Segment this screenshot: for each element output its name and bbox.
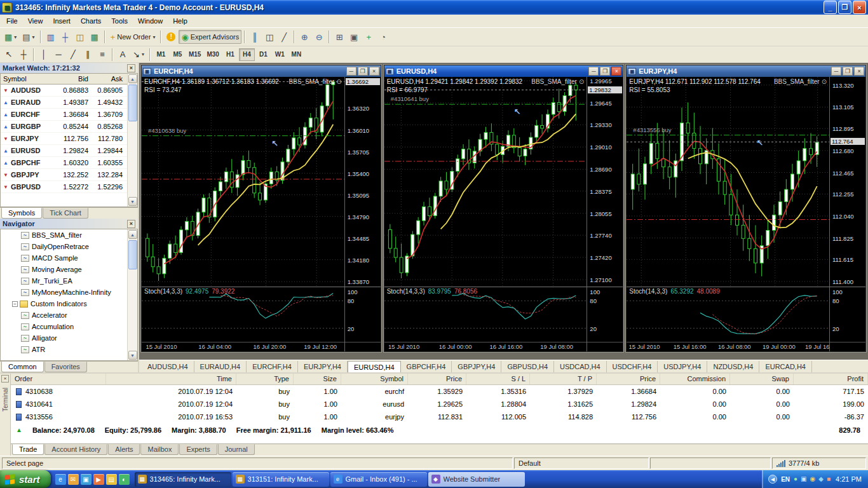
chart-titlebar[interactable]: ▦ EURJPY,H4 ─ ❐ × <box>627 65 865 77</box>
indicator-toggle-icon[interactable]: ⊙ <box>822 78 827 85</box>
column-bid[interactable]: Bid <box>54 74 91 84</box>
menu-item-charts[interactable]: Charts <box>76 15 106 27</box>
channel-button[interactable]: ∥ <box>81 48 95 62</box>
tab-common[interactable]: Common <box>1 362 44 372</box>
market-watch-button[interactable]: ▥ <box>44 30 58 44</box>
market-watch-row-gbpchf[interactable]: ▲GBPCHF1.603201.60355 <box>1 157 127 169</box>
chart-plot-area[interactable]: EURUSD,H4 1.29421 1.29842 1.29392 1.2983… <box>384 77 587 287</box>
navigator-item-atr[interactable]: ~ATR <box>1 344 127 355</box>
navigator-item-accumulation[interactable]: ~Accumulation <box>1 321 127 332</box>
task-button-313151-infinity-mark[interactable]: ▦313151: Infinity Mark... <box>233 472 329 487</box>
bar-chart-button[interactable]: ║ <box>248 30 262 44</box>
task-button-313465-infinity-mark[interactable]: ▦313465: Infinity Mark... <box>135 472 231 487</box>
cascade-windows-button[interactable]: ▣ <box>347 30 361 44</box>
chart-tab-eurchf-h4[interactable]: EURCHF,H4 <box>247 361 298 372</box>
indicator-toggle-icon[interactable]: ⊙ <box>336 78 341 85</box>
terminal-column-price-8[interactable]: Price <box>597 374 660 384</box>
timeframe-m5-button[interactable]: M5 <box>170 48 186 61</box>
text-label-button[interactable]: A <box>116 48 130 62</box>
arrows-button[interactable]: ↘▾ <box>130 48 147 62</box>
crosshair-button[interactable]: ┼ <box>17 48 31 62</box>
menu-item-view[interactable]: View <box>23 15 48 27</box>
market-watch-row-eurgbp[interactable]: ▲EURGBP0.852440.85268 <box>1 121 127 133</box>
candlestick-chart-button[interactable]: ◫ <box>262 30 276 44</box>
menu-item-help[interactable]: Help <box>168 15 193 27</box>
navigator-scrollbar[interactable]: ▲ ▼ <box>127 229 137 360</box>
language-indicator[interactable]: EN <box>781 476 790 483</box>
new-chart-button[interactable]: ▦▾ <box>2 30 19 44</box>
timeframe-m1-button[interactable]: M1 <box>153 48 169 61</box>
horizontal-line-button[interactable]: ─ <box>51 48 65 62</box>
terminal-column-symbol-4[interactable]: Symbol <box>341 374 408 384</box>
tab-favorites[interactable]: Favorites <box>44 362 87 372</box>
chart-tab-gbpjpy-h4[interactable]: GBPJPY,H4 <box>452 361 501 372</box>
navigator-close-icon[interactable]: × <box>127 220 135 228</box>
chart-tab-usdjpy-h4[interactable]: USDJPY,H4 <box>658 361 707 372</box>
terminal-column-profit-11[interactable]: Profit <box>794 374 868 384</box>
terminal-tab-alerts[interactable]: Alerts <box>108 444 140 455</box>
terminal-column-t-p-7[interactable]: T / P <box>530 374 597 384</box>
new-order-button[interactable]: +New Order▾ <box>108 30 158 44</box>
navigator-item-alligator[interactable]: ~Alligator <box>1 332 127 344</box>
terminal-tab-experts[interactable]: Experts <box>179 444 217 455</box>
period-properties-button[interactable]: ◔ <box>376 30 390 44</box>
column-ask[interactable]: Ask <box>91 74 125 84</box>
market-watch-row-eurusd[interactable]: ▲EURUSD1.298241.29844 <box>1 145 127 157</box>
market-watch-row-audusd[interactable]: ▼AUDUSD0.868830.86905 <box>1 85 127 97</box>
antivirus-tray-icon[interactable]: ● <box>794 476 797 482</box>
scroll-down-icon[interactable]: ▼ <box>128 197 137 206</box>
menu-item-insert[interactable]: Insert <box>48 15 76 27</box>
market-watch-scrollbar[interactable]: ▲ ▼ <box>127 74 137 207</box>
chart-tab-gbpusd-h4[interactable]: GBPUSD,H4 <box>501 361 554 372</box>
scroll-down-icon[interactable]: ▼ <box>128 351 137 360</box>
terminal-column-price-5[interactable]: Price <box>408 374 466 384</box>
stochastic-pane[interactable]: Stoch(14,3,3)83.979576.8056 <box>384 287 587 342</box>
volume-tray-icon[interactable]: ◉ <box>810 476 816 482</box>
network-tray-icon[interactable]: ▣ <box>801 476 806 482</box>
timeframe-h4-button[interactable]: H4 <box>239 48 255 61</box>
chart-tab-gbpchf-h4[interactable]: GBPCHF,H4 <box>401 361 452 372</box>
terminal-column-swap-10[interactable]: Swap <box>730 374 794 384</box>
start-button[interactable]: start <box>0 470 51 488</box>
connection-status[interactable]: 3777/4 kb <box>772 458 866 469</box>
task-button-website-submitter[interactable]: ◆Website Submitter <box>428 472 525 487</box>
terminal-column-time-1[interactable]: Time <box>106 374 236 384</box>
zoom-in-button[interactable]: ⊕ <box>297 30 311 44</box>
update-tray-icon[interactable]: ■ <box>827 476 831 482</box>
chart-minimize-button[interactable]: ─ <box>346 67 356 76</box>
tab-symbols[interactable]: Symbols <box>1 208 42 219</box>
folder-quicklaunch-icon[interactable]: ▤ <box>106 474 117 485</box>
chart-minimize-button[interactable]: ─ <box>831 67 841 76</box>
minimize-button[interactable]: _ <box>824 1 837 14</box>
terminal-tab-mailbox[interactable]: Mailbox <box>140 444 179 455</box>
chart-tab-eurjpy-h4[interactable]: EURJPY,H4 <box>298 361 348 372</box>
tray-chevron-icon[interactable]: ◀ <box>768 475 777 484</box>
scroll-up-icon[interactable]: ▲ <box>128 230 137 239</box>
chart-close-button[interactable]: × <box>369 67 379 76</box>
tab-tick-chart[interactable]: Tick Chart <box>43 208 88 219</box>
line-chart-button[interactable]: ╱ <box>277 30 291 44</box>
messenger-tray-icon[interactable]: ◆ <box>818 476 824 482</box>
chart-restore-button[interactable]: ❐ <box>843 67 853 76</box>
stochastic-pane[interactable]: Stoch(14,3,3)92.497579.3922 <box>142 287 344 342</box>
column-symbol[interactable]: Symbol <box>1 74 54 84</box>
order-row-4310641[interactable]: 43106412010.07.19 12:04buy1.00eurusd1.29… <box>11 398 868 410</box>
time-axis[interactable]: 15 Jul 201016 Jul 00:0016 Jul 16:0019 Ju… <box>384 342 587 351</box>
terminal-column-order-0[interactable]: Order <box>11 374 106 384</box>
navigator-item-mr-turki-ea[interactable]: ~Mr_Turki_EA <box>1 275 127 287</box>
chart-titlebar[interactable]: ▦ EURCHF,H4 ─ ❐ × <box>142 65 381 77</box>
order-row-4313556[interactable]: 43135562010.07.19 16:53buy1.00eurjpy112.… <box>11 410 868 423</box>
time-axis[interactable]: 15 Jul 201015 Jul 16:0016 Jul 08:0019 Ju… <box>627 342 829 351</box>
tree-expander-icon[interactable]: − <box>12 301 18 307</box>
scroll-up-icon[interactable]: ▲ <box>128 74 137 83</box>
timeframe-m30-button[interactable]: M30 <box>204 48 221 61</box>
expert-advisors-button[interactable]: ◉Expert Advisors <box>179 30 241 44</box>
clock[interactable]: 4:21 PM <box>836 475 862 483</box>
price-axis[interactable]: 1.299651.296451.293301.290101.286901.283… <box>587 77 623 351</box>
market-watch-row-gbpjpy[interactable]: ▼GBPJPY132.252132.284 <box>1 169 127 181</box>
cursor-button[interactable]: ↖ <box>2 48 16 62</box>
terminal-column-size-3[interactable]: Size <box>294 374 341 384</box>
navigator-item-macd-sample[interactable]: ~MACD Sample <box>1 252 127 264</box>
market-watch-close-icon[interactable]: × <box>127 64 135 72</box>
chart-restore-button[interactable]: ❐ <box>358 67 368 76</box>
